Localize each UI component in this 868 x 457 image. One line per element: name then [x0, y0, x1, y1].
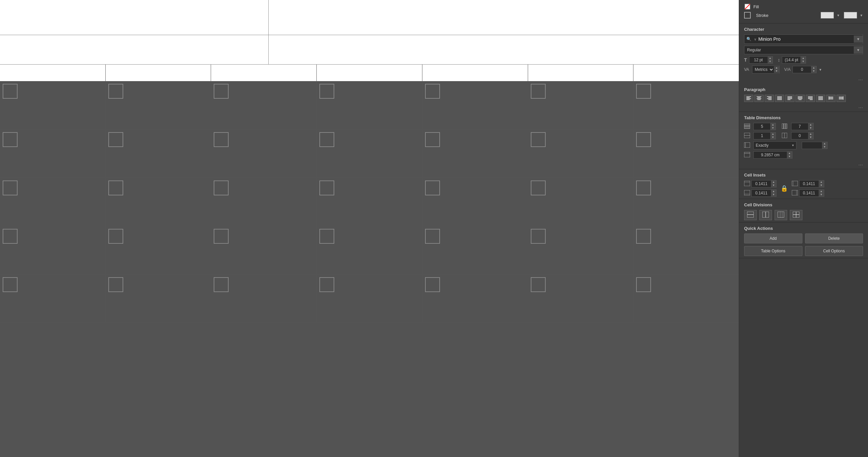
- align-right-button[interactable]: [765, 95, 774, 102]
- table-cell[interactable]: [317, 129, 423, 177]
- row-height-spin[interactable]: ▲ ▼: [802, 142, 828, 149]
- font-name-input[interactable]: [757, 35, 854, 43]
- kerning-up[interactable]: ▲: [774, 66, 779, 69]
- row-height-input[interactable]: [802, 142, 822, 149]
- table-cell[interactable]: [528, 65, 634, 81]
- inset-bottom-down[interactable]: ▼: [771, 193, 776, 196]
- division-vertical-button[interactable]: [760, 210, 772, 220]
- align-left-button[interactable]: [744, 95, 753, 102]
- table-cell[interactable]: [0, 81, 106, 129]
- inset-bottom-input[interactable]: [752, 190, 771, 196]
- table-row[interactable]: [0, 274, 739, 323]
- table-cell[interactable]: [633, 65, 739, 81]
- kerning-select[interactable]: Metrics Optical 0: [752, 66, 774, 73]
- cell-options-button[interactable]: Cell Options: [805, 246, 863, 256]
- inset-left-spin[interactable]: ▲ ▼: [799, 180, 824, 188]
- row-height-mode-select[interactable]: At Least Exactly Fixed: [753, 141, 797, 149]
- align-towards-spine-button[interactable]: [826, 95, 836, 102]
- table-cell[interactable]: [528, 178, 634, 226]
- division-horizontal-button[interactable]: [744, 210, 757, 220]
- col-width-down[interactable]: ▼: [787, 155, 792, 158]
- row-height-mode-wrapper[interactable]: At Least Exactly Fixed: [753, 141, 797, 149]
- col-span-down[interactable]: ▼: [808, 136, 813, 139]
- inset-right-spin[interactable]: ▲ ▼: [799, 189, 824, 197]
- leading-down[interactable]: ▼: [800, 60, 806, 63]
- table-cell[interactable]: [0, 129, 106, 177]
- rows-spin[interactable]: ▲ ▼: [753, 123, 776, 130]
- table-cell[interactable]: [317, 226, 423, 274]
- stroke-color-swatch-2[interactable]: [844, 12, 857, 19]
- inset-bottom-spin[interactable]: ▲ ▼: [751, 189, 777, 197]
- table-cell[interactable]: [211, 178, 317, 226]
- tracking-up[interactable]: ▲: [811, 66, 816, 69]
- tracking-down[interactable]: ▼: [811, 69, 816, 73]
- table-cell[interactable]: [0, 65, 106, 81]
- character-more-button[interactable]: ...: [858, 76, 863, 81]
- table-cell[interactable]: [211, 129, 317, 177]
- col-width-spin[interactable]: ▲ ▼: [753, 151, 793, 159]
- table-cell[interactable]: [0, 274, 106, 323]
- stroke-dropdown-arrow-2[interactable]: ▼: [860, 13, 863, 17]
- add-button[interactable]: Add: [744, 233, 802, 243]
- cols-up[interactable]: ▲: [808, 123, 813, 127]
- inset-top-up[interactable]: ▲: [771, 181, 776, 184]
- table-row[interactable]: [0, 129, 739, 178]
- table-cell[interactable]: [528, 226, 634, 274]
- font-size-input[interactable]: [749, 57, 768, 63]
- table-row[interactable]: [0, 226, 739, 274]
- inset-left-input[interactable]: [799, 181, 819, 187]
- table-cell[interactable]: [211, 274, 317, 323]
- table-cell[interactable]: [633, 81, 739, 129]
- paragraph-more-button[interactable]: ...: [858, 104, 863, 109]
- table-cell[interactable]: [211, 65, 317, 81]
- table-cell[interactable]: [528, 81, 634, 129]
- row-span-up[interactable]: ▲: [770, 132, 776, 136]
- table-cell[interactable]: [106, 81, 211, 129]
- tracking-input[interactable]: [793, 66, 811, 73]
- cols-spin[interactable]: ▲ ▼: [791, 123, 814, 130]
- font-style-dropdown-button[interactable]: ▼: [854, 46, 863, 54]
- division-merge-button[interactable]: [775, 210, 787, 220]
- inset-right-up[interactable]: ▲: [819, 190, 824, 193]
- division-unmerge-button[interactable]: [790, 210, 802, 220]
- col-span-up[interactable]: ▲: [808, 132, 813, 136]
- table-cell[interactable]: [423, 65, 528, 81]
- table-row[interactable]: [0, 65, 739, 81]
- col-span-input[interactable]: [792, 132, 808, 139]
- table-cell[interactable]: [317, 65, 423, 81]
- leading-input[interactable]: [782, 57, 800, 63]
- align-force-justify-button[interactable]: [816, 95, 825, 102]
- align-justify-last-right-button[interactable]: [806, 95, 815, 102]
- col-span-spin[interactable]: ▲ ▼: [791, 132, 814, 139]
- table-cell[interactable]: [528, 129, 634, 177]
- row-span-spin[interactable]: ▲ ▼: [753, 132, 776, 139]
- inset-top-spin[interactable]: ▲ ▼: [751, 180, 777, 188]
- stroke-dropdown-arrow-1[interactable]: ▼: [837, 13, 840, 17]
- inset-right-down[interactable]: ▼: [819, 193, 824, 196]
- row-span-input[interactable]: [754, 132, 770, 139]
- table-cell[interactable]: [633, 226, 739, 274]
- leading-up[interactable]: ▲: [800, 57, 806, 60]
- align-center-button[interactable]: [754, 95, 764, 102]
- table-cell[interactable]: [423, 274, 528, 323]
- inset-left-down[interactable]: ▼: [819, 184, 824, 187]
- table-cell[interactable]: [106, 274, 211, 323]
- table-cell[interactable]: [106, 65, 211, 81]
- align-away-spine-button[interactable]: [837, 95, 846, 102]
- inset-left-up[interactable]: ▲: [819, 181, 824, 184]
- table-cell[interactable]: [528, 274, 634, 323]
- table-cell[interactable]: [633, 129, 739, 177]
- kerning-down[interactable]: ▼: [774, 69, 779, 73]
- tracking-dropdown[interactable]: ▼: [819, 68, 822, 71]
- cols-down[interactable]: ▼: [808, 127, 813, 130]
- row-span-down[interactable]: ▼: [770, 136, 776, 139]
- inset-bottom-up[interactable]: ▲: [771, 190, 776, 193]
- leading-spin[interactable]: ▲ ▼: [782, 56, 806, 64]
- table-row[interactable]: [0, 81, 739, 129]
- table-options-button[interactable]: Table Options: [744, 246, 802, 256]
- row-height-up[interactable]: ▲: [822, 142, 827, 145]
- inset-top-input[interactable]: [752, 181, 771, 187]
- table-cell[interactable]: [106, 178, 211, 226]
- font-size-spin[interactable]: ▲ ▼: [749, 56, 773, 64]
- table-cell[interactable]: [633, 274, 739, 323]
